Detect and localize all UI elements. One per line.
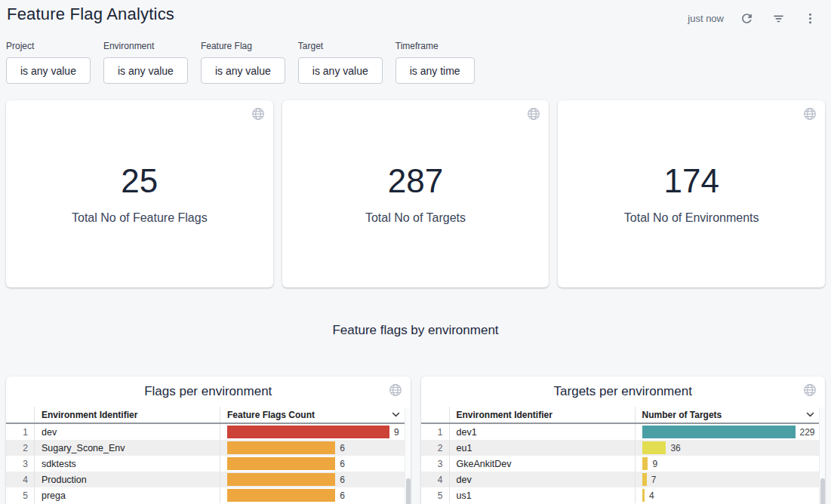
kpi-value: 174 — [663, 163, 719, 199]
filter-value-button-environment[interactable]: is any value — [103, 57, 188, 84]
column-header-index — [421, 407, 450, 423]
sort-chevron-button[interactable] — [806, 412, 814, 417]
table-header-row: Environment IdentifierFeature Flags Coun… — [6, 407, 411, 424]
filter-value-button-timeframe[interactable]: is any time — [395, 57, 475, 84]
measure-cell[interactable]: 6 — [220, 440, 411, 456]
vertical-scrollbar[interactable] — [819, 407, 825, 504]
filter-bar: Projectis any valueEnvironmentis any val… — [0, 35, 831, 84]
kpi-value: 25 — [121, 163, 158, 199]
table-title: Targets per environment — [554, 384, 692, 399]
filter-group-timeframe: Timeframeis any time — [395, 41, 475, 84]
dashboard-filters-button[interactable] — [768, 8, 789, 29]
kpi-row: 25Total No of Feature Flags287Total No o… — [0, 100, 831, 287]
filter-label: Feature Flag — [201, 41, 285, 51]
dashboard-header: Feature Flag Analytics just now — [0, 0, 831, 35]
table-row[interactable]: 5prega6 — [6, 487, 411, 503]
table-row[interactable]: 2eu136 — [421, 440, 826, 456]
filter-label: Timeframe — [395, 41, 475, 51]
measure-cell[interactable]: 6 — [220, 487, 411, 503]
column-header-measure[interactable]: Number of Targets — [636, 407, 826, 423]
value-bar — [642, 426, 796, 438]
table-row[interactable]: 1dev1229 — [421, 424, 826, 440]
tile-globe-button[interactable] — [803, 107, 817, 123]
column-header-identifier[interactable]: Environment Identifier — [35, 407, 220, 423]
more-menu-button[interactable] — [799, 8, 820, 29]
filter-value-button-feature-flag[interactable]: is any value — [201, 57, 285, 84]
refresh-button[interactable] — [736, 8, 757, 29]
table-row[interactable]: 2Sugary_Scone_Env6 — [6, 440, 411, 456]
environment-cell[interactable]: GkeAnkitDev — [450, 456, 636, 472]
row-index-cell: 5 — [6, 487, 35, 503]
measure-cell[interactable]: 36 — [636, 440, 826, 456]
section-title: Feature flags by environment — [0, 323, 831, 338]
environment-cell[interactable]: prega — [35, 487, 220, 503]
kpi-label: Total No of Targets — [365, 211, 466, 225]
environment-cell[interactable]: dev — [35, 424, 220, 440]
environment-cell[interactable]: Sugary_Scone_Env — [35, 440, 220, 456]
bar-value-label: 7 — [651, 475, 657, 485]
header-actions: just now — [688, 5, 820, 29]
table-row[interactable]: 5us14 — [421, 487, 826, 503]
environment-cell[interactable]: eu1 — [450, 440, 636, 456]
tile-globe-button[interactable] — [251, 107, 265, 123]
kpi-card-total-no-of-environments: 174Total No of Environments — [558, 100, 825, 287]
environment-cell[interactable]: dev — [450, 472, 636, 487]
filter-value-button-target[interactable]: is any value — [298, 57, 383, 84]
bar-value-label: 6 — [340, 490, 345, 501]
table-row[interactable]: 4dev7 — [421, 472, 826, 487]
value-bar — [642, 489, 645, 502]
bar-value-label: 6 — [340, 459, 345, 469]
table-row[interactable]: 3GkeAnkitDev9 — [421, 456, 826, 472]
column-header-measure-label: Feature Flags Count — [227, 410, 315, 420]
row-index-cell: 4 — [421, 472, 450, 487]
scrollbar-thumb[interactable] — [406, 478, 411, 504]
value-bar — [642, 457, 648, 470]
row-index-cell: 2 — [421, 440, 450, 456]
measure-cell[interactable]: 7 — [636, 472, 826, 487]
row-index-cell: 3 — [421, 456, 450, 472]
measure-cell[interactable]: 6 — [220, 456, 411, 472]
table-row[interactable]: 3sdktests6 — [6, 456, 411, 472]
chevron-down-icon — [392, 412, 400, 417]
environment-cell[interactable]: sdktests — [35, 456, 220, 472]
filter-group-environment: Environmentis any value — [103, 41, 188, 84]
filter-group-target: Targetis any value — [298, 41, 383, 84]
bar-value-label: 36 — [670, 443, 680, 453]
filter-value-button-project[interactable]: is any value — [6, 57, 91, 84]
chevron-down-icon — [806, 412, 814, 417]
table-row[interactable]: 1dev9 — [6, 424, 411, 440]
row-index-cell: 3 — [6, 456, 35, 472]
scrollbar-thumb[interactable] — [820, 478, 825, 504]
row-index-cell: 4 — [6, 472, 35, 487]
bar-value-label: 229 — [800, 427, 815, 438]
measure-cell[interactable]: 9 — [220, 424, 411, 440]
column-header-measure[interactable]: Feature Flags Count — [220, 407, 411, 423]
measure-cell[interactable]: 9 — [636, 456, 826, 472]
value-bar — [642, 473, 647, 486]
table-card-targets-per-environment: Targets per environmentEnvironment Ident… — [421, 376, 826, 504]
table-card-header: Targets per environment — [421, 376, 826, 407]
kpi-label: Total No of Environments — [624, 211, 759, 225]
column-header-identifier[interactable]: Environment Identifier — [450, 407, 636, 423]
measure-cell[interactable]: 6 — [220, 472, 411, 487]
table-row[interactable]: 4Production6 — [6, 472, 411, 487]
tile-globe-button[interactable] — [803, 383, 817, 399]
tables-row: Flags per environmentEnvironment Identif… — [0, 376, 831, 504]
sort-chevron-button[interactable] — [392, 412, 400, 417]
vertical-scrollbar[interactable] — [405, 407, 411, 504]
table-card-flags-per-environment: Flags per environmentEnvironment Identif… — [6, 376, 411, 504]
environment-cell[interactable]: dev1 — [450, 424, 636, 440]
measure-cell[interactable]: 229 — [636, 424, 826, 440]
tile-globe-button[interactable] — [389, 383, 402, 399]
bar-value-label: 9 — [652, 459, 657, 469]
bar-value-label: 6 — [340, 443, 345, 453]
filter-label: Environment — [103, 41, 188, 51]
row-index-cell: 1 — [6, 424, 35, 440]
measure-cell[interactable]: 4 — [636, 487, 826, 503]
environment-cell[interactable]: Production — [35, 472, 220, 487]
row-index-cell: 1 — [421, 424, 450, 440]
tile-globe-button[interactable] — [527, 107, 540, 123]
value-bar — [227, 441, 335, 454]
environment-cell[interactable]: us1 — [450, 487, 636, 503]
table-card-header: Flags per environment — [6, 376, 411, 407]
